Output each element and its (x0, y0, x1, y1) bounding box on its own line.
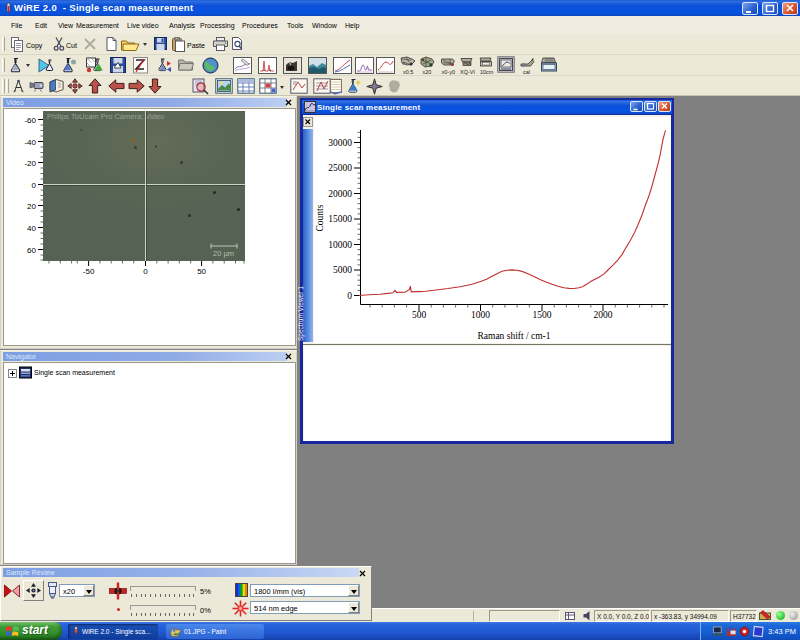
svg-text:-20: -20 (24, 159, 36, 168)
svg-text:5000: 5000 (333, 265, 352, 275)
svg-text:500: 500 (412, 310, 427, 320)
svg-text:30000: 30000 (328, 138, 352, 148)
svg-text:Counts: Counts (315, 204, 325, 231)
svg-text:1000: 1000 (471, 310, 490, 320)
svg-text:50: 50 (197, 267, 206, 276)
svg-text:-40: -40 (24, 138, 36, 147)
svg-text:60: 60 (27, 246, 36, 255)
svg-text:10cm: 10cm (480, 69, 494, 75)
svg-text:10000: 10000 (328, 240, 352, 250)
svg-text:1500: 1500 (533, 310, 552, 320)
svg-text:25000: 25000 (328, 163, 352, 173)
svg-text:40: 40 (27, 224, 36, 233)
svg-text:Raman shift / cm-1: Raman shift / cm-1 (477, 331, 550, 341)
svg-text:15000: 15000 (328, 214, 352, 224)
svg-text:20000: 20000 (328, 189, 352, 199)
svg-text:XQ-VQ: XQ-VQ (460, 69, 475, 75)
svg-text:x0-y0: x0-y0 (442, 69, 455, 75)
svg-text:-50: -50 (83, 267, 95, 276)
svg-text:x0.5: x0.5 (403, 69, 413, 75)
svg-text:0: 0 (347, 291, 352, 301)
svg-text:0: 0 (32, 181, 37, 190)
svg-text:x20: x20 (423, 69, 432, 75)
svg-text:-60: -60 (24, 116, 36, 125)
svg-text:20: 20 (27, 202, 36, 211)
svg-text:0: 0 (143, 267, 148, 276)
svg-text:cal: cal (523, 69, 530, 75)
svg-text:2000: 2000 (594, 310, 613, 320)
